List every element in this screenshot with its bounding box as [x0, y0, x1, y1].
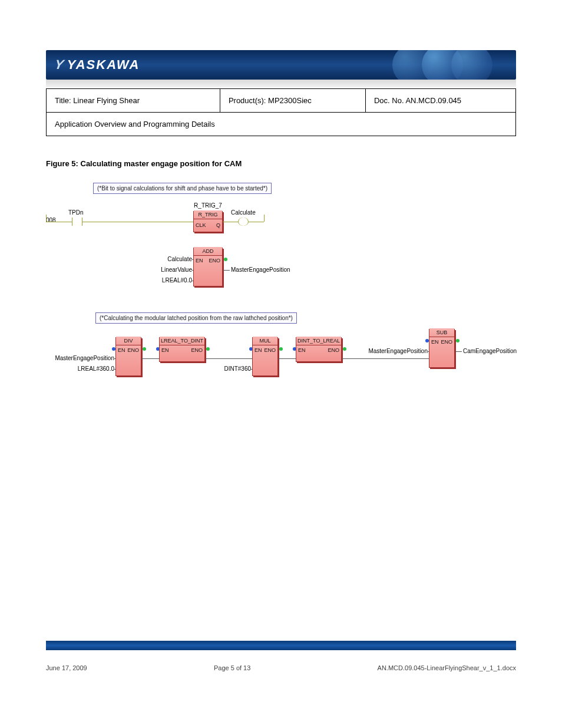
brand-glyph-icon: Y: [54, 57, 65, 73]
mul-type-label: MUL: [253, 337, 277, 345]
figure-caption: Figure 5: Calculating master engage posi…: [46, 159, 242, 168]
l2d-en-pin: EN: [161, 347, 169, 353]
sub-out: CamEngagePosition: [463, 348, 517, 354]
lreal2dint-block: LREAL_TO_DINT EN ENO: [159, 337, 205, 362]
title-label: Title:: [55, 96, 71, 105]
div-in2: LREAL#360.0: [75, 365, 114, 372]
sub-in1: MasterEngagePosition: [358, 348, 428, 354]
add-en-pin: EN: [196, 258, 203, 263]
mul-en-pin: EN: [254, 347, 262, 353]
table-row: Application Overview and Programming Det…: [47, 113, 516, 136]
footer-bar: [46, 641, 516, 650]
l2d-eno-pin: ENO: [191, 347, 203, 353]
div-en-pin: EN: [118, 347, 125, 353]
docno-label: Doc. No.: [374, 96, 404, 105]
header-greyband: [46, 80, 516, 88]
footer-filename: AN.MCD.09.045-LinearFlyingShear_v_1_1.do…: [378, 664, 516, 671]
rtrig-clk-pin: CLK: [196, 222, 206, 228]
coil-calculate: Calculate: [238, 218, 249, 226]
subject-label: Application Overview and Programming Det…: [55, 120, 215, 129]
doc-info-table: Title: Linear Flying Shear Product(s): M…: [46, 88, 516, 136]
sub-type-label: SUB: [429, 328, 454, 337]
add-in2: LREAL#0.0: [161, 277, 192, 284]
product-label: Product(s):: [229, 96, 266, 105]
plc-comment-2: (*Calculating the modular latched positi…: [95, 312, 297, 324]
d2l-type-label: DINT_TO_LREAL: [296, 337, 341, 345]
footer-date: June 17, 2009: [46, 664, 87, 671]
dint2lreal-block: DINT_TO_LREAL EN ENO: [296, 337, 342, 362]
d2l-en-pin: EN: [298, 347, 306, 353]
div-eno-pin: ENO: [127, 347, 139, 353]
rung-number: 008: [46, 217, 56, 223]
docno-value: AN.MCD.09.045: [405, 96, 461, 105]
div-type-label: DIV: [116, 337, 141, 345]
add-type-label: ADD: [194, 247, 222, 256]
add-en-input: Calculate: [164, 256, 192, 262]
contact-label: TPDn: [68, 209, 84, 216]
brand-name: YASKAWA: [67, 57, 140, 73]
footer: June 17, 2009 Page 5 of 13 AN.MCD.09.045…: [46, 664, 516, 671]
sub-eno-pin: ENO: [441, 339, 452, 345]
table-row: Title: Linear Flying Shear Product(s): M…: [47, 89, 516, 113]
add-out: MasterEngagePosition: [231, 266, 290, 273]
div-block: DIV EN ENO: [115, 337, 141, 376]
sub-block: SUB EN ENO: [429, 329, 455, 368]
sub-en-pin: EN: [431, 339, 439, 345]
title-value: Linear Flying Shear: [73, 96, 140, 105]
mul-in2: DINT#360: [220, 365, 251, 372]
plc-comment-1: (*Bit to signal calculations for shift a…: [93, 183, 272, 194]
div-in1: MasterEngagePosition: [46, 355, 114, 361]
rtrig-type-label: R_TRIG: [194, 210, 222, 219]
contact-tpdn: TPDn: [72, 218, 82, 226]
brand-header: Y YASKAWA: [46, 50, 516, 80]
rtrig-block: R_TRIG_7 R_TRIG CLK Q: [193, 211, 223, 232]
logo: Y YASKAWA: [55, 57, 140, 73]
mul-eno-pin: ENO: [264, 347, 276, 353]
header-decor-icon: [381, 50, 504, 80]
coil-label: Calculate: [231, 209, 256, 216]
l2d-type-label: LREAL_TO_DINT: [160, 337, 204, 345]
add-block: ADD EN ENO: [193, 248, 223, 286]
add-in1: LinearValue: [159, 266, 192, 273]
d2l-eno-pin: ENO: [328, 347, 339, 353]
mul-block: MUL EN ENO: [252, 337, 278, 376]
rtrig-instance-label: R_TRIG_7: [194, 202, 222, 209]
rtrig-q-pin: Q: [216, 222, 220, 228]
footer-page: Page 5 of 13: [87, 664, 378, 671]
add-eno-pin: ENO: [209, 258, 220, 263]
product-value: MP2300Siec: [268, 96, 312, 105]
